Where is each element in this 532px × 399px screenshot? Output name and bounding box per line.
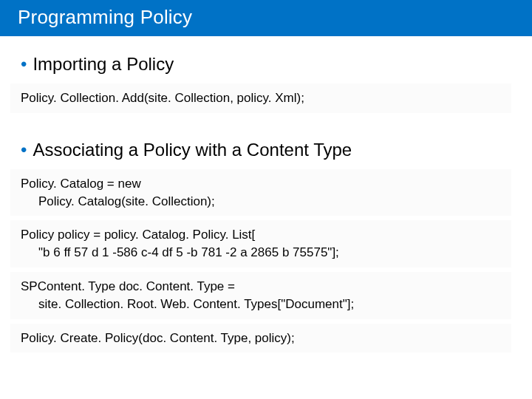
bullet-item: • Importing a Policy [21, 54, 511, 75]
code-block: SPContent. Type doc. Content. Type =site… [10, 272, 511, 319]
code-block: Policy. Collection. Add(site. Collection… [10, 83, 511, 113]
code-block: Policy. Catalog = newPolicy. Catalog(sit… [10, 169, 511, 216]
bullet-text: Importing a Policy [33, 54, 174, 75]
slide-title: Programming Policy [0, 0, 532, 36]
code-block: Policy policy = policy. Catalog. Policy.… [10, 220, 511, 267]
bullet-text: Associating a Policy with a Content Type [33, 140, 352, 160]
slide-body: • Importing a Policy Policy. Collection.… [0, 36, 532, 357]
bullet-icon: • [21, 55, 27, 73]
bullet-icon: • [21, 141, 27, 159]
code-block: Policy. Create. Policy(doc. Content. Typ… [10, 324, 511, 353]
slide: Programming Policy • Importing a Policy … [0, 0, 532, 399]
bullet-item: • Associating a Policy with a Content Ty… [21, 140, 511, 160]
